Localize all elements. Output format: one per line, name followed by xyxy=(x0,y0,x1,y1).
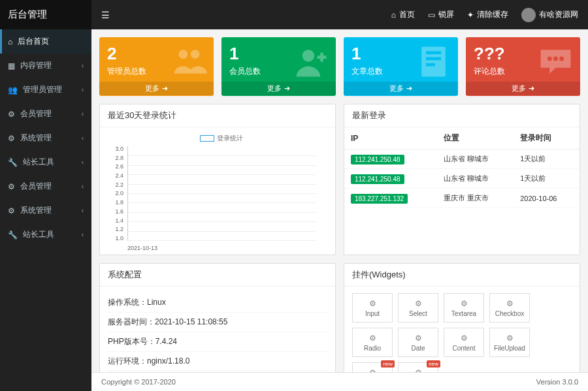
widget-content[interactable]: ⚙Content xyxy=(444,328,484,357)
sidebar-item-4[interactable]: ⚙系统管理‹ xyxy=(0,126,91,150)
gear-icon: ⚙ xyxy=(8,134,15,143)
td-location: 山东省 聊城市 xyxy=(437,169,514,189)
gear-icon: ⚙ xyxy=(506,334,514,343)
config-item: 操作系统：Linux xyxy=(108,293,327,313)
gear-icon: ⚙ xyxy=(506,299,514,308)
widget-radio[interactable]: ⚙Radio xyxy=(352,328,393,357)
svg-rect-6 xyxy=(426,63,435,67)
chevron-left-icon: ‹ xyxy=(82,110,84,117)
nav-home[interactable]: ⌂首页 xyxy=(391,9,415,20)
stat-more-link[interactable]: 更多 ➜ xyxy=(221,82,336,95)
td-time: 1天以前 xyxy=(514,149,580,169)
chart-area xyxy=(127,146,316,241)
arrow-right-icon: ➜ xyxy=(284,84,290,92)
svg-point-8 xyxy=(553,56,558,61)
sidebar-item-label: 内容管理 xyxy=(20,60,52,71)
widget-textarea[interactable]: ⚙Textarea xyxy=(444,293,484,322)
widget-label: Checkbox xyxy=(495,310,524,317)
sidebar-item-0[interactable]: ⌂后台首页 xyxy=(0,29,91,54)
widget-date[interactable]: ⚙Date xyxy=(398,328,438,357)
home-icon: ⌂ xyxy=(391,10,396,20)
nav-lock[interactable]: ▭锁屏 xyxy=(428,9,454,20)
sidebar-item-3[interactable]: ⚙会员管理‹ xyxy=(0,102,91,126)
chart-legend: 登录统计 xyxy=(127,134,316,143)
stat-box-1: 1会员总数更多 ➜ xyxy=(221,37,336,96)
logo: 后台管理 xyxy=(0,0,91,29)
table-row: 112.241.250.48山东省 聊城市1天以前 xyxy=(344,169,580,189)
stat-box-2: 1文章总数更多 ➜ xyxy=(344,37,458,96)
stat-icon xyxy=(538,44,574,75)
broom-icon: ✦ xyxy=(467,10,474,20)
stat-box-0: 2管理员总数更多 ➜ xyxy=(99,37,214,96)
user-cog-icon: ⚙ xyxy=(8,110,15,119)
version: Version 3.0.0 xyxy=(536,378,578,386)
stat-box-3: ???评论总数更多 ➜ xyxy=(466,37,580,96)
arrow-right-icon: ➜ xyxy=(406,84,412,92)
config-item: 服务器时间：2021-10-15 11:08:55 xyxy=(108,313,327,332)
widgets-title: 挂件(Widgets) xyxy=(344,264,580,287)
stat-more-link[interactable]: 更多 ➜ xyxy=(344,82,458,95)
config-item: PHP版本号：7.4.24 xyxy=(108,332,327,352)
sidebar-item-label: 后台首页 xyxy=(18,36,49,47)
gear-icon: ⚙ xyxy=(461,334,468,343)
chart-x-label: 2021-10-13 xyxy=(127,245,157,251)
user-menu[interactable]: 有啥资源网 xyxy=(521,8,578,22)
sidebar-item-label: 系统管理 xyxy=(20,133,52,144)
wrench-icon: 🔧 xyxy=(8,158,18,167)
ip-badge: 112.241.250.48 xyxy=(351,155,404,164)
nav-clear-cache[interactable]: ✦清除缓存 xyxy=(467,9,508,20)
sidebar-item-label: 会员管理 xyxy=(20,108,52,119)
widget-fileupload[interactable]: ⚙FileUpload xyxy=(489,328,530,357)
th-time: 登录时间 xyxy=(514,127,580,149)
arrow-right-icon: ➜ xyxy=(529,84,534,92)
main-content: 2管理员总数更多 ➜1会员总数更多 ➜1文章总数更多 ➜???评论总数更多 ➜ … xyxy=(91,29,588,391)
home-icon: ⌂ xyxy=(8,37,12,46)
arrow-right-icon: ➜ xyxy=(162,84,168,92)
recent-login-panel: 最新登录 IP 位置 登录时间 112.241.250.48山东省 聊城市1天以… xyxy=(344,104,580,255)
gear-icon: ⚙ xyxy=(369,299,376,308)
users-icon: 👥 xyxy=(8,86,18,95)
sidebar-item-8[interactable]: 🔧站长工具‹ xyxy=(0,223,91,247)
sidebar-item-5[interactable]: 🔧站长工具‹ xyxy=(0,150,91,174)
svg-point-9 xyxy=(559,56,564,61)
new-badge: new xyxy=(381,360,395,368)
widget-checkbox[interactable]: ⚙Checkbox xyxy=(489,293,530,322)
sidebar-item-1[interactable]: ▦内容管理‹ xyxy=(0,54,91,78)
chart-panel: 最近30天登录统计 登录统计 3.02.82.62.42.22.01.81.61… xyxy=(99,104,336,255)
chart-y-axis: 3.02.82.62.42.22.01.81.61.41.21.0 xyxy=(105,146,123,242)
sysconfig-title: 系统配置 xyxy=(100,264,335,287)
grid-icon: ▦ xyxy=(8,61,15,70)
sidebar-toggle[interactable]: ☰ xyxy=(91,0,120,29)
sidebar-item-label: 站长工具 xyxy=(23,157,54,168)
stat-more-link[interactable]: 更多 ➜ xyxy=(466,82,580,95)
stat-more-link[interactable]: 更多 ➜ xyxy=(99,82,214,95)
widget-select[interactable]: ⚙Select xyxy=(398,293,438,322)
table-row: 183.227.251.132重庆市 重庆市2020-10-06 xyxy=(344,189,580,208)
sidebar-item-label: 系统管理 xyxy=(20,205,52,216)
sidebar-item-2[interactable]: 👥管理员管理‹ xyxy=(0,78,91,102)
new-badge: new xyxy=(427,360,440,368)
footer: Copyright © 2017-2020 Version 3.0.0 xyxy=(91,372,588,391)
widget-input[interactable]: ⚙Input xyxy=(352,293,393,322)
chevron-left-icon: ‹ xyxy=(82,62,84,69)
sidebar-item-label: 管理员管理 xyxy=(23,84,62,95)
ip-badge: 183.227.251.132 xyxy=(351,194,408,204)
chevron-left-icon: ‹ xyxy=(82,134,84,142)
svg-point-7 xyxy=(547,56,552,61)
sidebar: ⌂后台首页▦内容管理‹👥管理员管理‹⚙会员管理‹⚙系统管理‹🔧站长工具‹⚙会员管… xyxy=(0,29,91,391)
chevron-left-icon: ‹ xyxy=(82,183,84,190)
chevron-left-icon: ‹ xyxy=(82,231,84,238)
gear-icon: ⚙ xyxy=(415,299,422,308)
config-item: 运行环境：nginx/1.18.0 xyxy=(108,352,327,371)
chevron-left-icon: ‹ xyxy=(82,207,84,214)
td-location: 山东省 聊城市 xyxy=(437,149,514,169)
sidebar-item-7[interactable]: ⚙系统管理‹ xyxy=(0,198,91,223)
gear-icon: ⚙ xyxy=(461,299,468,308)
svg-rect-5 xyxy=(426,57,441,61)
sidebar-item-6[interactable]: ⚙会员管理‹ xyxy=(0,174,91,198)
chart-title: 最近30天登录统计 xyxy=(100,104,335,127)
td-location: 重庆市 重庆市 xyxy=(437,189,514,208)
monitor-icon: ▭ xyxy=(428,10,435,20)
recent-login-title: 最新登录 xyxy=(344,104,580,127)
sidebar-item-label: 站长工具 xyxy=(23,229,54,240)
